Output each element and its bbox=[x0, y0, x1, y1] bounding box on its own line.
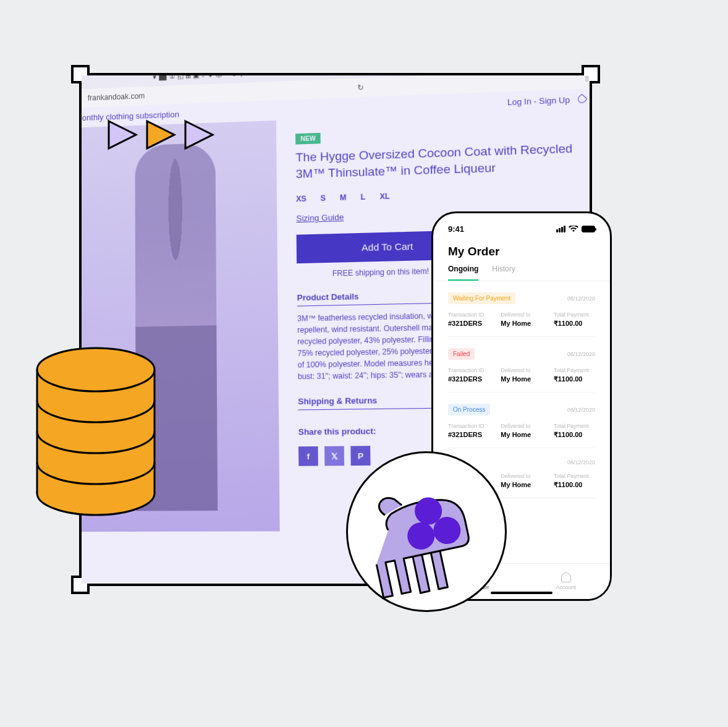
size-l[interactable]: L bbox=[360, 193, 365, 202]
order-date: 06/12/2020 bbox=[567, 407, 595, 413]
size-selector: XS S M L XL bbox=[296, 185, 590, 203]
order-card[interactable]: On Process06/12/2020 Transaction ID#321D… bbox=[448, 393, 595, 448]
hand-coins-graphic bbox=[346, 451, 507, 612]
product-title: The Hygge Oversized Cocoon Coat with Rec… bbox=[295, 139, 590, 182]
forward-arrows-graphic bbox=[105, 117, 216, 152]
lock-icon: 🔒 bbox=[82, 94, 83, 103]
delivered-to: My Home bbox=[501, 375, 542, 383]
total-payment: ₹1100.00 bbox=[554, 320, 595, 328]
size-xl[interactable]: XL bbox=[379, 192, 389, 202]
delivered-to: My Home bbox=[501, 431, 542, 438]
svg-marker-2 bbox=[185, 121, 213, 148]
new-badge: NEW bbox=[295, 133, 321, 145]
order-status-badge: Failed bbox=[448, 348, 475, 360]
transaction-id: #321DERS bbox=[448, 320, 489, 327]
phone-page-title: My Order bbox=[433, 234, 610, 265]
total-payment: ₹1100.00 bbox=[554, 431, 595, 439]
size-s[interactable]: S bbox=[321, 194, 326, 203]
home-indicator[interactable] bbox=[491, 592, 552, 594]
svg-marker-1 bbox=[147, 121, 174, 148]
order-date: 06/12/2020 bbox=[567, 295, 595, 302]
favorites-icon[interactable] bbox=[576, 94, 587, 105]
reload-icon[interactable]: ↻ bbox=[357, 83, 364, 92]
order-status-badge: Waiting For Payment bbox=[448, 292, 515, 304]
order-card[interactable]: Waiting For Payment06/12/2020 Transactio… bbox=[448, 281, 595, 337]
svg-point-7 bbox=[37, 348, 154, 391]
tab-history[interactable]: History bbox=[492, 265, 515, 281]
share-facebook-button[interactable]: f bbox=[298, 446, 318, 466]
person-icon bbox=[561, 572, 571, 582]
order-card[interactable]: Failed06/12/2020 Transaction ID#321DERS … bbox=[448, 337, 595, 393]
menubar-app-icons: ▾ ⬛ ① ◱ ⊞ ▣ ⬨ ❖ Ⓢ ⌁ ✱ ⚲ bbox=[153, 75, 243, 82]
order-date: 06/12/2020 bbox=[567, 459, 595, 466]
total-payment: ₹1100.00 bbox=[554, 481, 595, 489]
share-icon[interactable]: ⇧ bbox=[583, 75, 590, 83]
delivered-to: My Home bbox=[501, 481, 542, 488]
size-m[interactable]: M bbox=[340, 193, 347, 203]
transaction-id: #321DERS bbox=[448, 375, 489, 383]
transaction-id: #321DERS bbox=[448, 431, 489, 438]
svg-marker-0 bbox=[109, 121, 136, 148]
login-link[interactable]: Log In - Sign Up bbox=[507, 95, 570, 106]
phone-status-icons bbox=[556, 224, 595, 234]
order-date: 06/12/2020 bbox=[567, 351, 595, 357]
order-status-badge: On Process bbox=[448, 404, 490, 415]
tab-ongoing[interactable]: Ongoing bbox=[448, 265, 478, 281]
sizing-guide-link[interactable]: Sizing Guide bbox=[296, 213, 344, 224]
total-payment: ₹1100.00 bbox=[554, 375, 595, 383]
share-pinterest-button[interactable]: P bbox=[350, 446, 370, 466]
database-cylinder-graphic bbox=[34, 345, 158, 518]
delivered-to: My Home bbox=[501, 320, 542, 327]
size-xs[interactable]: XS bbox=[296, 195, 307, 204]
phone-time: 9:41 bbox=[448, 224, 464, 234]
url-domain: frankandoak.com bbox=[88, 91, 145, 103]
share-twitter-button[interactable]: 𝕏 bbox=[324, 446, 344, 466]
